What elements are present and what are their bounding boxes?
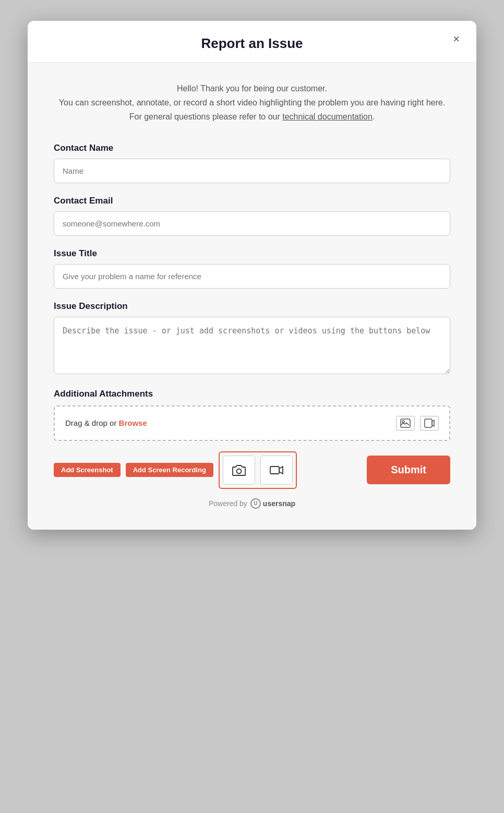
contact-email-label: Contact Email (54, 196, 450, 206)
contact-email-input[interactable] (54, 211, 450, 236)
add-recording-button[interactable]: Add Screen Recording (126, 463, 213, 477)
issue-description-textarea[interactable] (54, 317, 450, 374)
video-record-button[interactable] (260, 456, 293, 485)
report-issue-modal: Report an Issue × Hello! Thank you for b… (28, 21, 476, 530)
add-screenshot-button[interactable]: Add Screenshot (54, 463, 121, 477)
modal-header: Report an Issue × (28, 21, 476, 63)
svg-point-3 (236, 469, 241, 473)
modal-title: Report an Issue (49, 35, 455, 52)
contact-name-input[interactable] (54, 159, 450, 183)
action-row: Add Screenshot Add Screen Recording Subm (54, 451, 450, 489)
dropzone: Drag & drop or Browse (54, 405, 450, 441)
dropzone-icons (396, 416, 439, 431)
dropzone-text: Drag & drop or Browse (65, 419, 147, 427)
technical-documentation-link[interactable]: technical documentation (282, 112, 373, 121)
camera-button[interactable] (223, 456, 255, 485)
issue-title-input[interactable] (54, 264, 450, 289)
usersnap-circle-icon: U (250, 498, 261, 509)
browse-link[interactable]: Browse (119, 419, 147, 427)
powered-by-text: Powered by (209, 499, 247, 508)
image-icon (396, 416, 415, 431)
intro-line1: Hello! Thank you for being our customer. (177, 84, 327, 93)
media-buttons-group (219, 451, 297, 489)
issue-title-label: Issue Title (54, 248, 450, 259)
issue-title-group: Issue Title (54, 248, 450, 289)
footer: Powered by U usersnap (54, 489, 450, 514)
issue-description-label: Issue Description (54, 301, 450, 312)
brand-name: usersnap (263, 499, 295, 508)
usersnap-logo: U usersnap (250, 498, 295, 509)
svg-rect-4 (270, 467, 279, 474)
close-button[interactable]: × (449, 31, 464, 47)
video-icon (420, 416, 439, 431)
attachments-section: Additional Attachments Drag & drop or Br… (54, 389, 450, 441)
svg-rect-2 (425, 419, 432, 427)
intro-text: Hello! Thank you for being our customer.… (54, 81, 450, 124)
contact-email-group: Contact Email (54, 196, 450, 236)
submit-button[interactable]: Submit (367, 456, 450, 484)
intro-line2: You can screenshot, annotate, or record … (59, 98, 445, 121)
modal-body: Hello! Thank you for being our customer.… (28, 63, 476, 530)
contact-name-label: Contact Name (54, 143, 450, 153)
attachments-label: Additional Attachments (54, 389, 450, 399)
issue-description-group: Issue Description (54, 301, 450, 376)
contact-name-group: Contact Name (54, 143, 450, 183)
